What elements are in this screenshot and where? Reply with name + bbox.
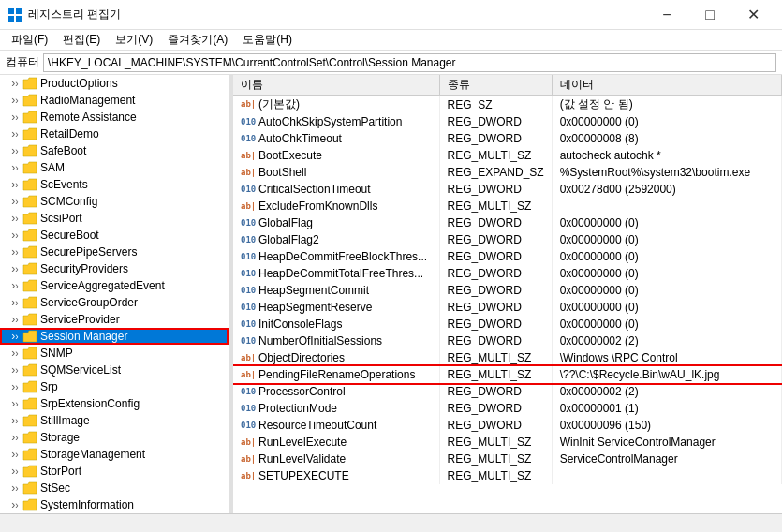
table-row[interactable]: ab|ExcludeFromKnownDllsREG_MULTI_SZ xyxy=(233,198,782,214)
tree-item-srp[interactable]: ›Srp xyxy=(0,378,229,395)
expand-icon[interactable]: › xyxy=(7,93,22,108)
tree-item-securityproviders[interactable]: ›SecurityProviders xyxy=(0,260,229,277)
expand-icon[interactable]: › xyxy=(7,396,22,411)
maximize-button[interactable]: □ xyxy=(688,0,731,30)
tree-item-storage[interactable]: ›Storage xyxy=(0,429,229,446)
col-data[interactable]: 데이터 xyxy=(552,75,781,96)
minimize-button[interactable]: − xyxy=(645,0,688,30)
tree-item-serviceaggregatedevent[interactable]: ›ServiceAggregatedEvent xyxy=(0,277,229,294)
folder-icon xyxy=(22,465,37,478)
table-row[interactable]: 010NumberOfInitialSessionsREG_DWORD0x000… xyxy=(233,332,782,349)
expand-icon[interactable]: › xyxy=(7,362,22,377)
tree-item-scevents[interactable]: ›ScEvents xyxy=(0,176,229,193)
tree-item-secureboot[interactable]: ›SecureBoot xyxy=(0,227,229,244)
expand-icon[interactable]: › xyxy=(7,329,22,344)
table-row[interactable]: ab|BootShellREG_EXPAND_SZ%SystemRoot%\sy… xyxy=(233,164,782,181)
table-row[interactable]: ab|SETUPEXECUTEREG_MULTI_SZ xyxy=(233,467,782,484)
reg-type-cell: REG_DWORD xyxy=(439,248,552,265)
expand-icon[interactable]: › xyxy=(7,160,22,175)
folder-icon xyxy=(22,380,37,393)
app-icon xyxy=(7,7,22,22)
tree-item-session-manager[interactable]: ›Session Manager xyxy=(0,328,229,345)
expand-icon[interactable]: › xyxy=(7,278,22,293)
tree-item-sqmservicelist[interactable]: ›SQMServiceList xyxy=(0,362,229,378)
expand-icon[interactable]: › xyxy=(7,244,22,259)
tree-item-storagemanagement[interactable]: ›StorageManagement xyxy=(0,446,229,463)
tree-item-remote-assistance[interactable]: ›Remote Assistance xyxy=(0,109,229,126)
address-input[interactable] xyxy=(43,53,776,72)
tree-item-servicegrouporder[interactable]: ›ServiceGroupOrder xyxy=(0,294,229,311)
table-row[interactable]: 010HeapDeCommitTotalFreeThres...REG_DWOR… xyxy=(233,265,782,282)
expand-icon[interactable]: › xyxy=(7,76,22,91)
table-row[interactable]: 010AutoChkTimeoutREG_DWORD0x00000008 (8) xyxy=(233,130,782,147)
tree-item-sam[interactable]: ›SAM xyxy=(0,159,229,176)
tree-item-retaildemo[interactable]: ›RetailDemo xyxy=(0,126,229,142)
expand-icon[interactable]: › xyxy=(7,194,22,209)
tree-item-snmp[interactable]: ›SNMP xyxy=(0,345,229,362)
tree-item-serviceprovider[interactable]: ›ServiceProvider xyxy=(0,311,229,328)
table-row[interactable]: ab|BootExecuteREG_MULTI_SZautocheck auto… xyxy=(233,147,782,164)
menu-item-edit[interactable]: 편집(E) xyxy=(55,30,108,51)
table-row[interactable]: 010HeapSegmentReserveREG_DWORD0x00000000… xyxy=(233,299,782,316)
table-row[interactable]: ab|RunLevelExecuteREG_MULTI_SZWinInit Se… xyxy=(233,434,782,451)
table-row[interactable]: ab|ObjectDirectoriesREG_MULTI_SZ\Windows… xyxy=(233,349,782,366)
reg-type-cell: REG_MULTI_SZ xyxy=(439,434,552,451)
tree-item-label: RadioManagement xyxy=(40,94,135,107)
table-row[interactable]: 010GlobalFlagREG_DWORD0x00000000 (0) xyxy=(233,214,782,231)
table-row[interactable]: 010AutoChkSkipSystemPartitionREG_DWORD0x… xyxy=(233,113,782,130)
expand-icon[interactable]: › xyxy=(7,110,22,125)
expand-icon[interactable]: › xyxy=(7,228,22,243)
expand-icon[interactable]: › xyxy=(7,126,22,141)
menu-item-view[interactable]: 보기(V) xyxy=(108,30,160,51)
tree-item-label: SCMConfig xyxy=(40,195,97,208)
tree-panel[interactable]: ›ProductOptions›RadioManagement›Remote A… xyxy=(0,75,229,513)
expand-icon[interactable]: › xyxy=(7,464,22,479)
col-type[interactable]: 종류 xyxy=(439,75,552,96)
folder-icon xyxy=(22,77,37,90)
table-row[interactable]: 010CriticalSectionTimeoutREG_DWORD0x0027… xyxy=(233,181,782,198)
expand-icon[interactable]: › xyxy=(7,143,22,158)
tree-item-securepipeservers[interactable]: ›SecurePipeServers xyxy=(0,244,229,260)
tree-item-scsiport[interactable]: ›ScsiPort xyxy=(0,210,229,227)
table-row[interactable]: 010InitConsoleFlagsREG_DWORD0x00000000 (… xyxy=(233,316,782,332)
tree-item-storport[interactable]: ›StorPort xyxy=(0,463,229,480)
menu-item-file[interactable]: 파일(F) xyxy=(4,30,55,51)
col-name[interactable]: 이름 xyxy=(233,75,439,96)
expand-icon[interactable]: › xyxy=(7,413,22,428)
expand-icon[interactable]: › xyxy=(7,295,22,310)
expand-icon[interactable]: › xyxy=(7,312,22,327)
tree-item-srpextensionconfig[interactable]: ›SrpExtensionConfig xyxy=(0,395,229,412)
expand-icon[interactable]: › xyxy=(7,379,22,394)
expand-icon[interactable]: › xyxy=(7,211,22,226)
table-row[interactable]: 010ResourceTimeoutCountREG_DWORD0x000000… xyxy=(233,417,782,434)
table-row[interactable]: 010ProtectionModeREG_DWORD0x00000001 (1) xyxy=(233,400,782,417)
table-row[interactable]: 010ProcessorControlREG_DWORD0x00000002 (… xyxy=(233,383,782,400)
tree-item-stillimage[interactable]: ›StillImage xyxy=(0,412,229,429)
tree-item-systeminformation[interactable]: ›SystemInformation xyxy=(0,496,229,513)
menu-item-favorites[interactable]: 즐겨찾기(A) xyxy=(160,30,235,51)
tree-item-scmconfig[interactable]: ›SCMConfig xyxy=(0,193,229,210)
menu-bar: 파일(F)편집(E)보기(V)즐겨찾기(A)도움말(H) xyxy=(0,30,782,51)
expand-icon[interactable]: › xyxy=(7,447,22,462)
registry-panel[interactable]: 이름 종류 데이터 ab|(기본값)REG_SZ(값 설정 안 됨)010Aut… xyxy=(233,75,782,513)
expand-icon[interactable]: › xyxy=(7,430,22,445)
tree-item-label: SrpExtensionConfig xyxy=(40,397,140,410)
close-button[interactable]: ✕ xyxy=(731,0,775,30)
table-row[interactable]: 010HeapSegmentCommitREG_DWORD0x00000000 … xyxy=(233,282,782,299)
tree-item-radiomanagement[interactable]: ›RadioManagement xyxy=(0,92,229,109)
table-row[interactable]: ab|PendingFileRenameOperationsREG_MULTI_… xyxy=(233,366,782,383)
expand-icon[interactable]: › xyxy=(7,346,22,361)
tree-item-productoptions[interactable]: ›ProductOptions xyxy=(0,75,229,92)
expand-icon[interactable]: › xyxy=(7,497,22,512)
tree-item-stsec[interactable]: ›StSec xyxy=(0,480,229,496)
tree-item-safeboot[interactable]: ›SafeBoot xyxy=(0,142,229,159)
menu-item-help[interactable]: 도움말(H) xyxy=(235,30,300,51)
expand-icon[interactable]: › xyxy=(7,261,22,276)
expand-icon[interactable]: › xyxy=(7,480,22,495)
table-row[interactable]: 010HeapDeCommitFreeBlockThres...REG_DWOR… xyxy=(233,248,782,265)
expand-icon[interactable]: › xyxy=(7,177,22,192)
table-row[interactable]: 010GlobalFlag2REG_DWORD0x00000000 (0) xyxy=(233,231,782,248)
table-row[interactable]: ab|RunLevelValidateREG_MULTI_SZServiceCo… xyxy=(233,451,782,467)
table-row[interactable]: ab|(기본값)REG_SZ(값 설정 안 됨) xyxy=(233,96,782,114)
tree-item-label: ProductOptions xyxy=(40,77,118,90)
